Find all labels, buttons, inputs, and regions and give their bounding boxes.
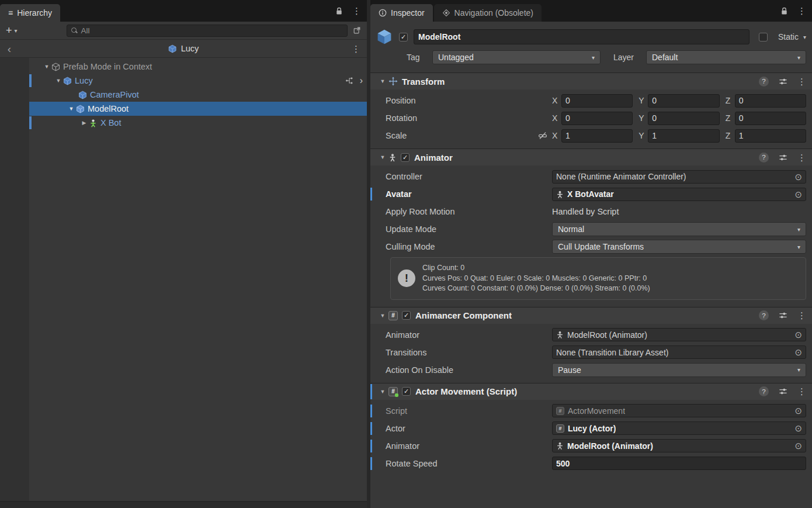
help-icon[interactable]: ?: [759, 310, 769, 320]
gameobject-name-input[interactable]: ModelRoot: [414, 29, 749, 44]
breadcrumb[interactable]: Lucy: [168, 44, 199, 53]
breadcrumb-back-button[interactable]: ‹: [0, 43, 19, 54]
help-icon[interactable]: ?: [759, 386, 769, 396]
chevron-down-icon: ▾: [587, 54, 595, 61]
static-dropdown-caret-icon[interactable]: ▾: [803, 34, 806, 40]
help-icon[interactable]: ?: [759, 77, 769, 87]
tree-row-x-bot[interactable]: ▶ X Bot: [29, 116, 367, 130]
rotation-y-field[interactable]: 0: [648, 112, 719, 125]
prefab-outline-cube-icon: [51, 63, 60, 71]
scale-row: Scale X 1 Y 1 Z 1: [370, 129, 812, 143]
breadcrumb-menu-kebab[interactable]: ⋮: [352, 44, 360, 53]
unlink-scale-icon[interactable]: [538, 131, 547, 140]
actor-animator-row: Animator ModelRoot (Animator) ⊙: [370, 439, 812, 453]
animancer-header[interactable]: ▼ # ✓ Animancer Component ? ⋮: [370, 307, 812, 324]
hierarchy-search-input[interactable]: All: [67, 25, 348, 37]
script-object-field[interactable]: # ActorMovement ⊙: [552, 404, 806, 417]
animator-info-box: ! Clip Count: 0 Curves Pos: 0 Quat: 0 Eu…: [390, 257, 806, 300]
position-y-field[interactable]: 0: [648, 94, 719, 108]
object-picker-icon[interactable]: ⊙: [790, 190, 802, 199]
presets-icon[interactable]: [779, 311, 787, 320]
help-icon[interactable]: ?: [759, 153, 769, 163]
foldout-open-icon[interactable]: ▼: [54, 78, 63, 84]
prefab-context-bar: [29, 74, 32, 87]
presets-icon[interactable]: [779, 153, 787, 162]
rotation-x-value: 0: [565, 113, 570, 123]
scale-z-field[interactable]: 1: [735, 129, 806, 143]
animator-header[interactable]: ▼ ✓ Animator ? ⋮: [370, 148, 812, 165]
layer-dropdown[interactable]: Default ▾: [646, 50, 806, 64]
actor-object-field[interactable]: # Lucy (Actor) ⊙: [552, 421, 806, 435]
axis-y-label: Y: [639, 131, 648, 140]
object-picker-icon[interactable]: ⊙: [790, 330, 802, 339]
component-menu-kebab[interactable]: ⋮: [797, 153, 806, 162]
avatar-object-field[interactable]: X BotAvatar ⊙: [552, 188, 806, 201]
foldout-open-icon[interactable]: ▼: [67, 106, 76, 112]
active-checkbox[interactable]: ✓: [399, 33, 408, 42]
enabled-checkbox[interactable]: ✓: [402, 387, 411, 396]
axis-y-label: Y: [639, 113, 648, 123]
inspector-window-menu-kebab[interactable]: ⋮: [797, 6, 806, 15]
tab-navigation-obsolete[interactable]: Navigation (Obsolete): [434, 4, 542, 22]
tree-row-prefab-mode-header[interactable]: ▼ Prefab Mode in Context: [29, 60, 367, 74]
rotation-y-value: 0: [652, 113, 657, 123]
scale-y-field[interactable]: 1: [648, 129, 719, 143]
update-mode-dropdown[interactable]: Normal ▾: [552, 222, 806, 236]
foldout-open-icon[interactable]: ▼: [378, 154, 387, 160]
component-menu-kebab[interactable]: ⋮: [797, 311, 806, 320]
action-on-disable-dropdown[interactable]: Pause ▾: [552, 363, 806, 377]
component-menu-kebab[interactable]: ⋮: [797, 387, 806, 396]
object-picker-icon[interactable]: ⊙: [790, 172, 802, 181]
actor-movement-header[interactable]: ▼ # ✓ Actor Movement (Script) ? ⋮: [370, 383, 812, 400]
animator-component: ▼ ✓ Animator ? ⋮: [370, 148, 812, 307]
tree-row-camera-pivot[interactable]: CameraPivot: [29, 88, 367, 102]
enabled-checkbox[interactable]: ✓: [401, 153, 410, 162]
object-picker-icon[interactable]: ⊙: [790, 348, 802, 357]
foldout-open-icon[interactable]: ▼: [378, 313, 387, 319]
prefab-hierarchy-icon[interactable]: [345, 77, 353, 85]
foldout-open-icon[interactable]: ▼: [42, 64, 51, 70]
rotation-x-field[interactable]: 0: [561, 112, 633, 125]
tree-row-model-root[interactable]: ▼ ModelRoot: [29, 102, 367, 116]
presets-icon[interactable]: [779, 387, 787, 396]
open-search-window-icon[interactable]: [353, 26, 361, 34]
animator-object-field[interactable]: ModelRoot (Animator) ⊙: [552, 439, 806, 452]
rotation-z-field[interactable]: 0: [735, 112, 806, 125]
gameobject-header: ✓ ModelRoot Static ▾ Tag Untagged ▾: [370, 22, 812, 72]
script-label: Script: [386, 406, 407, 416]
animator-object-field[interactable]: ModelRoot (Animator) ⊙: [552, 328, 806, 341]
rotation-z-value: 0: [739, 113, 744, 123]
script-row: Script # ActorMovement ⊙: [370, 404, 812, 418]
static-checkbox[interactable]: [759, 33, 768, 42]
position-z-field[interactable]: 0: [735, 94, 806, 108]
chevron-down-icon: ▾: [793, 244, 800, 250]
tree-row-lucy[interactable]: ▼ Lucy ›: [29, 74, 367, 88]
object-picker-icon[interactable]: ⊙: [790, 441, 802, 450]
inspector-content: ✓ ModelRoot Static ▾ Tag Untagged ▾: [370, 22, 812, 508]
controller-object-field[interactable]: None (Runtime Animator Controller) ⊙: [552, 170, 806, 184]
position-x-field[interactable]: 0: [561, 94, 633, 108]
enabled-checkbox[interactable]: ✓: [402, 311, 411, 320]
object-picker-icon[interactable]: ⊙: [790, 424, 802, 433]
culling-mode-dropdown[interactable]: Cull Update Transforms ▾: [552, 240, 806, 254]
component-menu-kebab[interactable]: ⋮: [797, 77, 806, 86]
csharp-script-icon: #: [388, 311, 398, 320]
lock-icon[interactable]: [780, 7, 788, 15]
foldout-open-icon[interactable]: ▼: [378, 78, 387, 84]
foldout-closed-icon[interactable]: ▶: [79, 120, 89, 126]
transform-header[interactable]: ▼ Transform ? ⋮: [370, 72, 812, 89]
rotate-speed-field[interactable]: 500: [552, 457, 806, 470]
foldout-open-icon[interactable]: ▼: [378, 389, 387, 395]
tab-hierarchy[interactable]: ≡ Hierarchy: [0, 4, 60, 22]
open-prefab-arrow[interactable]: ›: [360, 76, 363, 85]
scale-x-field[interactable]: 1: [561, 129, 633, 143]
presets-icon[interactable]: [779, 77, 787, 86]
prefab-cube-icon: [78, 91, 87, 99]
hierarchy-window-menu-kebab[interactable]: ⋮: [352, 6, 361, 15]
create-object-button[interactable]: + ▾: [6, 25, 18, 36]
lock-icon[interactable]: [335, 7, 343, 15]
transitions-object-field[interactable]: None (Transition Library Asset) ⊙: [552, 345, 806, 359]
object-picker-icon[interactable]: ⊙: [790, 406, 802, 415]
tab-inspector[interactable]: Inspector: [370, 4, 433, 22]
tag-dropdown[interactable]: Untagged ▾: [432, 50, 601, 64]
